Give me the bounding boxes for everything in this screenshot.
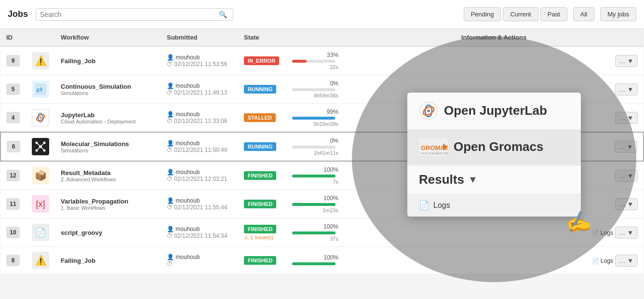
- table-row[interactable]: 12 📦 Result_Metadata 2. Advanced Workflo…: [0, 161, 644, 190]
- progress-time: 7s: [292, 179, 338, 185]
- cell-info-actions: … ▼: [344, 161, 644, 190]
- progress-bar-bg: [292, 146, 335, 149]
- cell-progress: 100% 1m23s: [286, 190, 344, 218]
- svg-point-14: [43, 150, 46, 152]
- cell-id: 10: [0, 218, 26, 247]
- cell-submitted: 👤 mouhoub ⏱ 02/12/2021 11:33:06: [161, 104, 238, 133]
- cell-state: FINISHED ⚠ 1 issue(s): [238, 218, 286, 247]
- col-state: State: [238, 29, 286, 46]
- cell-info-actions: … ▼: [344, 104, 644, 133]
- filter-buttons: Pending Current Past All My jobs: [464, 7, 636, 21]
- action-menu-btn[interactable]: … ▼: [615, 141, 637, 153]
- logs-btn[interactable]: 📄 Logs: [592, 258, 613, 264]
- action-menu-btn[interactable]: … ▼: [615, 83, 638, 95]
- cell-id: 8: [0, 247, 26, 274]
- progress-time: 1h41m11s: [292, 150, 338, 156]
- cell-icon: [26, 132, 55, 161]
- search-button[interactable]: 🔍: [217, 11, 229, 18]
- submitted-time: ⏱ 02/12/2021 11:50:49: [167, 147, 232, 153]
- workflow-name: Failing_Job: [61, 257, 155, 264]
- cell-submitted: 👤 mouhoub ⏱ 02/12/2021 11:50:49: [161, 132, 238, 161]
- filter-all[interactable]: All: [573, 7, 594, 21]
- progress-bar-bg: [292, 203, 335, 206]
- submitted-time: ⏱ 02/12/2021 11:33:06: [167, 118, 232, 124]
- filter-myjobs[interactable]: My jobs: [600, 7, 636, 21]
- submitted-user: 👤 mouhoub: [167, 254, 232, 260]
- progress-time: 1m23s: [292, 207, 338, 213]
- submitted-time: ⏱ 02/12/2021 11:49:13: [167, 89, 232, 96]
- filter-current[interactable]: Current: [503, 7, 538, 21]
- progress-bar-fill: [292, 175, 335, 177]
- submitted-time: ⏱ 02/12/2021 11:54:34: [167, 232, 232, 239]
- progress-bar-bg: [292, 175, 335, 177]
- id-badge: 11: [6, 198, 20, 210]
- progress-pct: 0%: [292, 137, 338, 144]
- cell-submitted: 👤 mouhoub ⏱ 02/12/2021 11:54:34: [161, 218, 238, 247]
- action-menu-btn[interactable]: … ▼: [615, 255, 638, 267]
- cell-progress: 0% 4h59m36s: [286, 75, 344, 104]
- workflow-sub: 2. Advanced Workflows: [61, 177, 155, 182]
- page-title: Jobs: [8, 9, 28, 19]
- cell-icon: 📦: [26, 161, 55, 190]
- logs-btn[interactable]: 📄 Logs: [592, 230, 613, 236]
- workflow-sub: Simulations: [61, 90, 155, 96]
- progress-pct: 100%: [292, 195, 338, 202]
- progress-pct: 100%: [292, 166, 338, 173]
- progress-bar-bg: [292, 88, 335, 91]
- cell-info-actions: … ▼: [344, 190, 644, 218]
- action-menu-btn[interactable]: … ▼: [615, 170, 638, 182]
- cell-progress: 100% 7s: [286, 161, 344, 190]
- svg-point-13: [36, 150, 38, 152]
- cell-progress: 0% 1h41m11s: [286, 132, 344, 161]
- progress-bar-bg: [292, 117, 335, 120]
- cell-id: 4: [0, 104, 26, 133]
- workflow-name: script_groovy: [61, 229, 155, 236]
- submitted-user: 👤 mouhoub: [167, 169, 232, 176]
- cell-submitted: 👤 mouhoub ⏱: [161, 247, 238, 274]
- workflow-name: JupyterLab: [61, 111, 155, 119]
- progress-bar-bg: [292, 262, 335, 265]
- progress-bar-fill: [292, 117, 335, 120]
- cell-id: 12: [0, 161, 26, 190]
- progress-time: 37s: [292, 236, 338, 242]
- table-row[interactable]: 9 ⚠️ Failing_Job 👤 mouhoub ⏱ 02/12/2021 …: [0, 46, 644, 75]
- table-row[interactable]: 5 ⇄ Continuous_Simulation Simulations 👤 …: [0, 75, 644, 104]
- id-badge: 4: [6, 112, 20, 123]
- table-row[interactable]: 8 ⚠️ Failing_Job 👤 mouhoub ⏱ FINISHED 10…: [0, 247, 644, 274]
- cell-progress: 100% 37s: [286, 218, 344, 247]
- cell-id: 5: [0, 75, 26, 104]
- cell-workflow: JupyterLab Cloud Automation - Deployment: [55, 104, 161, 133]
- col-id: ID: [0, 29, 26, 46]
- action-menu-btn[interactable]: … ▼: [615, 198, 638, 210]
- table-row[interactable]: 11 [x] Variables_Propagation 1. Basic Wo…: [0, 190, 644, 218]
- table-row[interactable]: 6 Molecular_Simulations Simulations: [0, 132, 644, 161]
- cell-icon: ⚠️: [26, 46, 55, 75]
- state-badge: FINISHED: [244, 256, 276, 265]
- submitted-user: 👤 mouhoub: [167, 226, 232, 232]
- workflow-sub: 1. Basic Workflows: [61, 205, 155, 211]
- cell-workflow: Failing_Job: [55, 46, 161, 75]
- filter-past[interactable]: Past: [540, 7, 567, 21]
- state-badge: RUNNING: [244, 85, 276, 94]
- progress-pct: 100%: [292, 254, 338, 261]
- table-row[interactable]: 10 📄 script_groovy 👤 mouhoub ⏱ 02/12/202…: [0, 218, 644, 247]
- filter-pending[interactable]: Pending: [464, 7, 501, 21]
- workflow-name: Molecular_Simulations: [61, 140, 155, 148]
- id-badge: 9: [6, 55, 20, 67]
- cell-workflow: Variables_Propagation 1. Basic Workflows: [55, 190, 161, 218]
- progress-bar-fill: [292, 262, 335, 265]
- table-row[interactable]: 4 JupyterLab Cloud Automation - Deployme…: [0, 104, 644, 133]
- state-badge: FINISHED: [244, 225, 276, 233]
- action-menu-btn[interactable]: … ▼: [615, 55, 638, 67]
- cell-workflow: Continuous_Simulation Simulations: [55, 75, 161, 104]
- submitted-user: 👤 mouhoub: [167, 54, 232, 61]
- submitted-time: ⏱ 02/12/2021 12:03:21: [167, 176, 232, 182]
- progress-bar-fill: [292, 203, 335, 206]
- cell-state: RUNNING: [238, 75, 286, 104]
- cell-submitted: 👤 mouhoub ⏱ 02/12/2021 12:03:21: [161, 161, 238, 190]
- progress-time: 5h15m39s: [292, 121, 338, 127]
- col-submitted: Submitted: [161, 29, 238, 46]
- action-menu-btn[interactable]: … ▼: [615, 227, 638, 239]
- search-input[interactable]: [40, 11, 217, 18]
- action-menu-btn[interactable]: … ▼: [615, 112, 638, 124]
